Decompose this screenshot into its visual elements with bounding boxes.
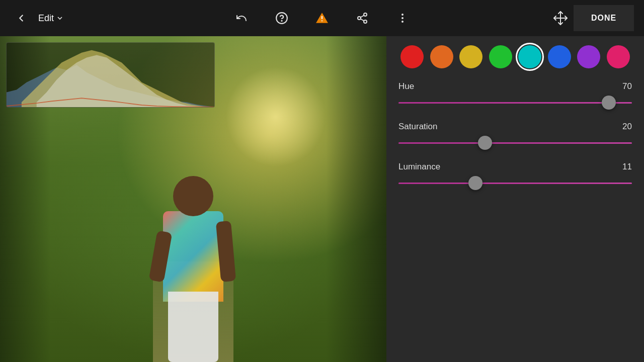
- sliders-area: Hue 70 Saturation 20: [386, 77, 644, 206]
- hue-slider-track: [398, 102, 632, 104]
- saturation-slider-track: [398, 142, 632, 144]
- svg-point-11: [401, 21, 404, 23]
- swatch-yellow[interactable]: [459, 45, 482, 68]
- person-figure: [143, 146, 244, 362]
- right-panel: Hue 70 Saturation 20: [386, 36, 644, 362]
- hue-value: 70: [622, 81, 632, 92]
- help-button[interactable]: [271, 7, 293, 29]
- saturation-slider-row: Saturation 20: [398, 122, 632, 148]
- swatch-purple[interactable]: [577, 45, 600, 68]
- edit-label-text: Edit: [38, 13, 54, 24]
- luminance-label: Luminance: [398, 162, 440, 172]
- svg-line-7: [361, 19, 364, 21]
- undo-button[interactable]: [230, 7, 253, 29]
- luminance-slider-track-container[interactable]: [398, 178, 632, 188]
- swatch-orange[interactable]: [430, 45, 453, 68]
- swatch-red[interactable]: [400, 45, 424, 68]
- color-swatches-row: [386, 36, 644, 77]
- main-content: Hue 70 Saturation 20: [0, 36, 644, 362]
- hue-slider-row: Hue 70: [398, 81, 632, 108]
- svg-point-3: [321, 20, 323, 21]
- edit-dropdown-button[interactable]: Edit: [38, 13, 64, 24]
- toolbar-left: Edit: [10, 7, 64, 29]
- share-button[interactable]: [351, 7, 373, 29]
- swatch-pink[interactable]: [607, 45, 630, 68]
- luminance-slider-thumb[interactable]: [468, 176, 482, 190]
- move-tool-button[interactable]: [547, 5, 574, 31]
- saturation-slider-thumb[interactable]: [478, 136, 492, 150]
- luminance-value: 11: [622, 162, 632, 172]
- swatch-cyan[interactable]: [518, 45, 541, 68]
- toolbar-center: [230, 7, 414, 29]
- swatch-green[interactable]: [489, 45, 512, 68]
- saturation-slider-track-container[interactable]: [398, 138, 632, 148]
- photo-area: [0, 36, 386, 362]
- saturation-slider-header: Saturation 20: [398, 122, 632, 132]
- luminance-slider-track: [398, 183, 632, 184]
- toolbar-right: DONE: [547, 5, 634, 31]
- luminance-slider-header: Luminance 11: [398, 162, 632, 172]
- svg-point-10: [401, 17, 404, 19]
- hue-slider-header: Hue 70: [398, 81, 632, 92]
- svg-line-8: [361, 16, 364, 18]
- luminance-slider-row: Luminance 11: [398, 162, 632, 188]
- hue-slider-track-container[interactable]: [398, 98, 632, 108]
- saturation-label: Saturation: [398, 122, 438, 132]
- histogram-overlay: [6, 42, 215, 108]
- done-button[interactable]: DONE: [574, 5, 634, 31]
- warning-button[interactable]: [311, 7, 333, 29]
- more-options-button[interactable]: [391, 7, 414, 29]
- saturation-value: 20: [622, 122, 632, 132]
- hue-label: Hue: [398, 81, 414, 92]
- svg-point-9: [401, 14, 404, 16]
- swatch-blue[interactable]: [548, 45, 571, 68]
- toolbar: Edit: [0, 0, 644, 36]
- hue-slider-thumb[interactable]: [602, 96, 616, 110]
- back-button[interactable]: [10, 7, 32, 29]
